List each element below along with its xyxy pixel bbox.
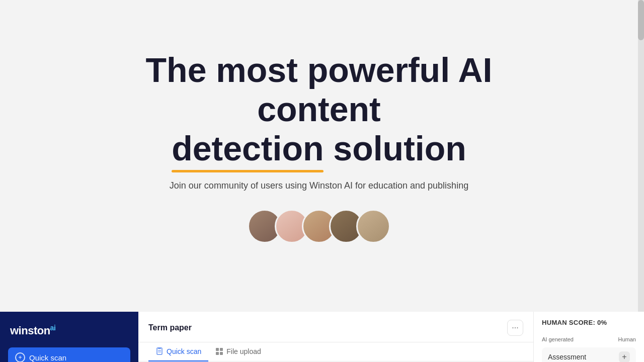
avatar — [356, 209, 390, 243]
hero-detection-word: detection — [172, 129, 324, 168]
main-content: The most powerful AI content detection s… — [0, 0, 638, 362]
quick-scan-label: Quick scan — [29, 353, 66, 362]
score-label-right: Human — [618, 336, 636, 342]
panel-tabs: Quick scan File upload — [138, 342, 533, 361]
panel-header: Term paper ··· — [138, 312, 533, 342]
hero-title: The most powerful AI content detection s… — [93, 50, 545, 168]
quick-scan-button[interactable]: + Quick scan — [8, 347, 130, 362]
logo-text: winstonai — [10, 324, 55, 337]
score-panel: HUMAN SCORE: 0% AI generated Human Asses… — [533, 312, 644, 362]
score-label: HUMAN SCORE: 0% — [542, 319, 636, 326]
assessment-label: Assessment — [548, 353, 586, 361]
svg-rect-7 — [220, 352, 223, 355]
main-panel: Term paper ··· Quick scan — [138, 312, 533, 362]
grid-icon — [215, 347, 223, 355]
more-options-button[interactable]: ··· — [507, 320, 523, 336]
svg-rect-1 — [158, 347, 161, 349]
tab-quick-scan-label: Quick scan — [167, 347, 201, 355]
svg-rect-4 — [216, 348, 219, 351]
avatars-row — [248, 209, 390, 243]
bottom-panel: winstonai + Quick scan Term paper ··· — [0, 312, 644, 362]
svg-rect-6 — [216, 352, 219, 355]
tab-file-upload[interactable]: File upload — [208, 342, 268, 361]
winston-logo: winstonai — [8, 320, 130, 341]
more-icon: ··· — [512, 323, 518, 332]
assessment-plus-button[interactable]: + — [619, 351, 630, 362]
tab-file-upload-label: File upload — [226, 347, 261, 355]
score-label-left: AI generated — [542, 336, 574, 342]
winston-sidebar: winstonai + Quick scan — [0, 312, 138, 362]
panel-title: Term paper — [148, 323, 192, 338]
svg-rect-5 — [220, 348, 223, 351]
score-bar-labels: AI generated Human — [542, 336, 636, 342]
quick-scan-icon: + — [15, 352, 25, 362]
clipboard-icon — [155, 347, 164, 355]
tab-quick-scan[interactable]: Quick scan — [148, 342, 208, 361]
hero-subtitle: Join our community of users using Winsto… — [170, 180, 468, 191]
assessment-row[interactable]: Assessment + — [542, 347, 636, 362]
